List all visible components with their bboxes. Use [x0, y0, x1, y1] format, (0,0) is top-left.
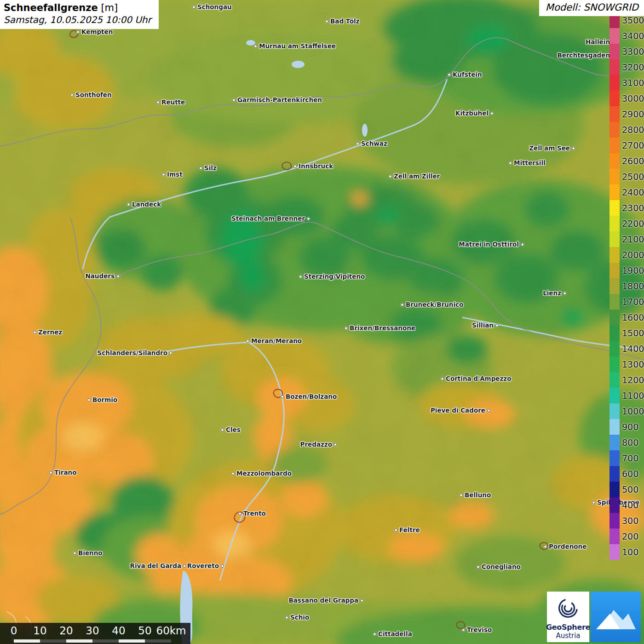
legend-swatch [610, 482, 620, 497]
model-label: Modell: SNOWGRID [539, 0, 644, 16]
legend-row: 3100 [610, 75, 643, 91]
scalebar-label: 0 [11, 625, 17, 637]
legend-value: 3000 [622, 93, 643, 104]
scalebar-label: 30 [86, 625, 99, 637]
scalebar-segment [14, 639, 40, 643]
scalebar-segment [119, 639, 145, 643]
legend-value: 3100 [622, 78, 643, 88]
legend-row: 1500 [610, 325, 643, 341]
legend-swatch [610, 153, 620, 169]
legend-value: 3500 [622, 15, 643, 25]
legend-value: 2900 [622, 109, 643, 119]
legend-swatch [610, 325, 620, 341]
legend-value: 1400 [622, 344, 643, 354]
legend-value: 3200 [622, 62, 643, 72]
legend-swatch [610, 388, 620, 403]
legend-row: 2400 [610, 184, 643, 200]
legend-swatch [610, 419, 620, 435]
title-box: Schneefallgrenze [m] Samstag, 10.05.2025… [0, 0, 159, 29]
legend-scale: 3500340033003200310030002900280027002600… [610, 12, 643, 560]
legend-value: 900 [622, 422, 643, 432]
legend-row: 3000 [610, 91, 643, 106]
legend-swatch [610, 138, 620, 153]
legend-value: 800 [622, 437, 643, 448]
legend-row: 200 [610, 529, 643, 544]
legend-swatch [610, 278, 620, 294]
legend-swatch [610, 122, 620, 138]
brand-country: Austria [556, 632, 581, 640]
legend-value: 2700 [622, 140, 643, 150]
legend-value: 100 [622, 547, 643, 557]
legend-row: 100 [610, 544, 643, 560]
legend-row: 2800 [610, 122, 643, 138]
legend-value: 1900 [622, 265, 643, 276]
legend-value: 1000 [622, 406, 643, 416]
legend-swatch [610, 450, 620, 466]
legend-swatch [610, 44, 620, 59]
branding: GeoSphere Austria [547, 592, 641, 642]
legend-value: 2600 [622, 156, 643, 166]
legend-swatch [610, 263, 620, 278]
legend-swatch [610, 200, 620, 216]
legend-value: 200 [622, 531, 643, 541]
legend-swatch [610, 216, 620, 231]
legend-swatch [610, 310, 620, 325]
legend-swatch [610, 91, 620, 106]
legend-swatch [610, 106, 620, 122]
legend-swatch [610, 294, 620, 310]
legend-swatch [610, 356, 620, 372]
legend-row: 2200 [610, 216, 643, 231]
legend-value: 2000 [622, 250, 643, 260]
legend-swatch [610, 466, 620, 482]
legend-row: 300 [610, 513, 643, 529]
legend-row: 2000 [610, 247, 643, 263]
legend-value: 600 [622, 469, 643, 479]
geosphere-mountain-logo [591, 592, 641, 642]
scalebar-label: 60km [156, 625, 186, 637]
legend-swatch [610, 247, 620, 263]
legend-row: 2100 [610, 231, 643, 247]
legend-row: 1200 [610, 372, 643, 388]
scalebar-label: 20 [59, 625, 73, 637]
legend-row: 600 [610, 466, 643, 482]
weather-map-view: SchongauBad TölzKemptenMurnau am Staffel… [0, 0, 644, 644]
legend-swatch [610, 169, 620, 184]
page-title: Schneefallgrenze [m] [4, 2, 151, 13]
legend-swatch [610, 184, 620, 200]
scalebar-label: 50 [138, 625, 151, 637]
legend-row: 1800 [610, 278, 643, 294]
scalebar: 0102030405060km [0, 623, 190, 644]
legend-row: 3200 [610, 59, 643, 75]
legend-value: 3400 [622, 31, 643, 41]
legend-row: 1000 [610, 403, 643, 419]
scalebar-segment [92, 639, 119, 643]
legend-row: 1700 [610, 294, 643, 310]
legend-swatch [610, 544, 620, 560]
scalebar-segment [40, 639, 66, 643]
legend-row: 2500 [610, 169, 643, 184]
map-title: Schneefallgrenze [4, 2, 98, 13]
geosphere-logo-card: GeoSphere Austria [547, 592, 589, 642]
legend-value: 300 [622, 516, 643, 526]
scalebar-stripes [14, 639, 171, 643]
legend-swatch [610, 341, 620, 356]
legend-value: 2400 [622, 187, 643, 197]
legend-value: 1600 [622, 312, 643, 322]
legend-row: 3400 [610, 28, 643, 44]
legend-swatch [610, 529, 620, 544]
map-unit: [m] [101, 2, 118, 13]
legend-row: 1400 [610, 341, 643, 356]
brand-name: GeoSphere [546, 623, 590, 632]
legend-swatch [610, 372, 620, 388]
legend-row: 2900 [610, 106, 643, 122]
legend-row: 1600 [610, 310, 643, 325]
legend-value: 400 [622, 500, 643, 510]
legend-swatch [610, 231, 620, 247]
legend-row: 400 [610, 497, 643, 513]
legend-value: 700 [622, 453, 643, 463]
legend-value: 2200 [622, 218, 643, 229]
legend-swatch [610, 497, 620, 513]
scalebar-label: 40 [112, 625, 125, 637]
legend-swatch [610, 403, 620, 419]
map-canvas [0, 0, 644, 644]
